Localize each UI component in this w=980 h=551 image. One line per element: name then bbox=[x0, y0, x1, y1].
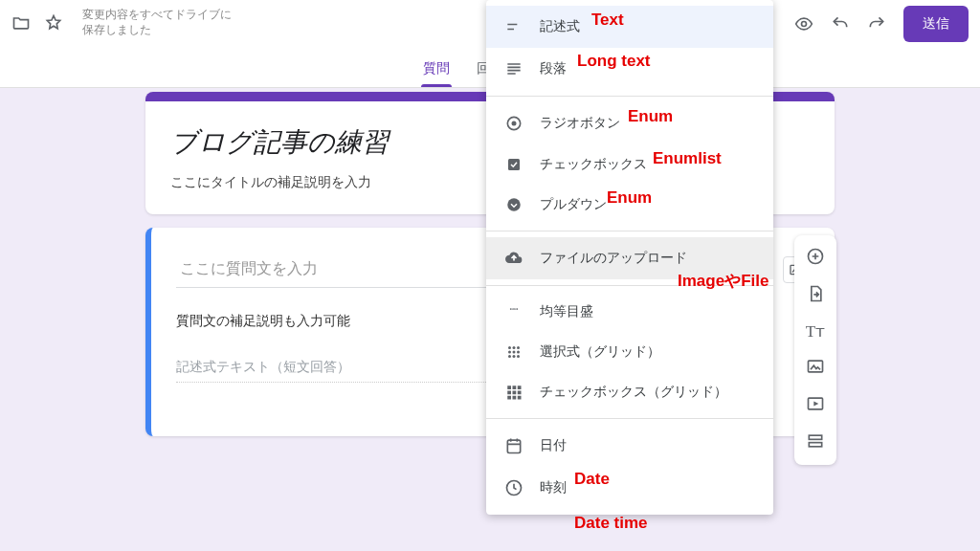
svg-rect-30 bbox=[518, 391, 522, 395]
svg-rect-9 bbox=[508, 159, 520, 170]
save-status-text: 変更内容をすべてドライブに 保存しました bbox=[82, 8, 232, 37]
star-icon[interactable] bbox=[44, 13, 63, 33]
checkbox-icon bbox=[503, 156, 524, 173]
type-label: チェックボックス bbox=[540, 156, 647, 173]
type-grid-radio[interactable]: 選択式（グリッド） bbox=[486, 332, 773, 372]
svg-point-18 bbox=[517, 346, 520, 349]
answer-field-hint: 記述式テキスト（短文回答） bbox=[176, 359, 524, 383]
svg-rect-34 bbox=[507, 440, 520, 452]
import-questions-icon[interactable] bbox=[806, 284, 825, 306]
type-label: 段落 bbox=[540, 60, 567, 77]
type-checkbox[interactable]: チェックボックス bbox=[486, 144, 773, 185]
svg-point-15 bbox=[517, 308, 519, 310]
add-section-icon[interactable] bbox=[806, 431, 825, 453]
short-answer-icon bbox=[503, 17, 524, 36]
svg-point-0 bbox=[802, 22, 807, 27]
type-label: ファイルのアップロード bbox=[540, 250, 687, 267]
undo-icon[interactable] bbox=[831, 14, 850, 33]
add-video-icon[interactable] bbox=[806, 394, 825, 416]
svg-point-21 bbox=[517, 351, 520, 354]
svg-point-24 bbox=[517, 355, 520, 358]
time-icon bbox=[503, 478, 524, 497]
cloud-upload-icon bbox=[503, 249, 524, 268]
question-type-dropdown: 記述式 段落 ラジオボタン チェックボックス プルダウン ファイルのアップロード bbox=[486, 0, 773, 515]
type-linear-scale[interactable]: 均等目盛 bbox=[486, 292, 773, 332]
svg-rect-26 bbox=[513, 386, 517, 389]
svg-rect-25 bbox=[507, 386, 511, 389]
svg-rect-32 bbox=[513, 396, 517, 400]
send-button[interactable]: 送信 bbox=[903, 6, 969, 42]
type-radio[interactable]: ラジオボタン bbox=[486, 102, 773, 144]
type-pulldown[interactable]: プルダウン bbox=[486, 185, 773, 225]
add-title-icon[interactable]: Tᴛ bbox=[806, 321, 825, 342]
grid-checkbox-icon bbox=[503, 384, 524, 401]
pulldown-icon bbox=[503, 196, 524, 213]
dropdown-separator bbox=[486, 418, 773, 419]
svg-point-17 bbox=[513, 346, 516, 349]
svg-rect-6 bbox=[809, 443, 821, 447]
type-file-upload[interactable]: ファイルのアップロード bbox=[486, 237, 773, 279]
add-image-icon[interactable] bbox=[806, 357, 825, 379]
folder-icon[interactable] bbox=[11, 13, 31, 33]
dropdown-separator bbox=[486, 231, 773, 231]
type-label: プルダウン bbox=[540, 196, 607, 213]
svg-rect-12 bbox=[512, 309, 514, 310]
paragraph-icon bbox=[503, 59, 524, 78]
date-icon bbox=[503, 436, 524, 455]
type-paragraph[interactable]: 段落 bbox=[486, 48, 773, 90]
type-date[interactable]: 日付 bbox=[486, 425, 773, 467]
svg-point-11 bbox=[510, 308, 512, 310]
dropdown-separator bbox=[486, 285, 773, 286]
type-label: 時刻 bbox=[540, 479, 567, 496]
tab-questions[interactable]: 質問 bbox=[423, 60, 450, 87]
type-grid-checkbox[interactable]: チェックボックス（グリッド） bbox=[486, 372, 773, 412]
add-question-icon[interactable] bbox=[806, 247, 825, 269]
type-time[interactable]: 時刻 bbox=[486, 467, 773, 509]
redo-icon[interactable] bbox=[867, 14, 886, 33]
svg-point-22 bbox=[508, 355, 511, 358]
svg-point-19 bbox=[508, 351, 511, 354]
svg-rect-5 bbox=[809, 435, 821, 439]
dropdown-separator bbox=[486, 96, 773, 97]
svg-rect-31 bbox=[507, 396, 511, 400]
type-label: 日付 bbox=[540, 437, 567, 454]
grid-radio-icon bbox=[503, 343, 524, 361]
svg-point-8 bbox=[512, 121, 517, 126]
linear-scale-icon bbox=[503, 307, 524, 317]
svg-point-16 bbox=[508, 346, 511, 349]
side-toolbar: Tᴛ bbox=[794, 235, 836, 465]
preview-icon[interactable] bbox=[794, 14, 813, 33]
svg-point-23 bbox=[513, 355, 516, 358]
radio-icon bbox=[503, 114, 524, 133]
svg-rect-28 bbox=[507, 391, 511, 395]
svg-rect-33 bbox=[518, 396, 522, 400]
type-label: チェックボックス（グリッド） bbox=[540, 384, 727, 401]
type-label: ラジオボタン bbox=[540, 115, 620, 132]
type-label: 選択式（グリッド） bbox=[540, 343, 660, 361]
type-label: 記述式 bbox=[540, 18, 580, 35]
svg-point-13 bbox=[513, 308, 515, 310]
svg-point-10 bbox=[507, 198, 521, 211]
svg-point-20 bbox=[513, 351, 516, 354]
svg-rect-29 bbox=[513, 391, 517, 395]
type-short-answer[interactable]: 記述式 bbox=[486, 6, 773, 48]
type-label: 均等目盛 bbox=[540, 303, 593, 320]
svg-rect-27 bbox=[518, 386, 522, 389]
svg-rect-14 bbox=[515, 309, 517, 310]
